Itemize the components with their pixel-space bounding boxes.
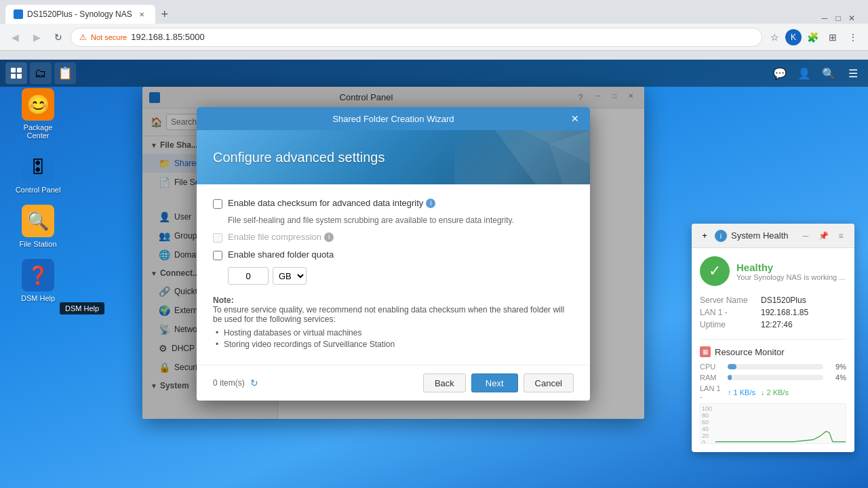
- quota-unit-select[interactable]: GB TB MB: [278, 267, 307, 285]
- browser-tab[interactable]: DS1520Plus - Synology NAS ✕: [5, 5, 155, 24]
- uptime-row: Uptime 12:27:46: [700, 319, 846, 331]
- resource-monitor-title: Resource Monitor: [715, 347, 785, 357]
- cpu-row: CPU 9%: [700, 363, 846, 371]
- wizard-close-button[interactable]: ✕: [568, 112, 582, 125]
- wizard-title: Shared Folder Creation Wizard: [278, 114, 568, 124]
- wizard-footer: 0 item(s) ↻ Back Next Cancel: [278, 365, 590, 401]
- control-panel-label: Control Panel: [16, 186, 61, 194]
- widget-pin-btn[interactable]: 📌: [816, 229, 830, 243]
- cpu-bar: [728, 364, 736, 369]
- lan-speeds: ↑ 1 KB/s ↓ 2 KB/s: [728, 388, 789, 396]
- quota-label-text: Enable shared folder quota: [278, 249, 334, 260]
- dsm-help-icon[interactable]: ❓ DSM Help: [14, 259, 62, 302]
- widget-minimize-btn[interactable]: ─: [799, 229, 812, 243]
- chart-label-0: 0: [702, 439, 712, 444]
- lan-ip-value: 192.168.1.85: [761, 306, 846, 319]
- wizard-header-decoration: [454, 130, 590, 184]
- toolbar-icons: ☆ K 🧩 ⊞ ⋮: [765, 28, 863, 47]
- health-title: Healthy: [736, 262, 845, 273]
- cancel-button[interactable]: Cancel: [524, 373, 574, 392]
- checksum-label-text: Enable data checksum for advanced data i…: [278, 198, 423, 208]
- chart-label-100: 100: [702, 405, 712, 412]
- note-item-1: Hosting databases or virtual machines: [278, 328, 574, 338]
- chart-label-40: 40: [702, 426, 712, 432]
- file-station-icon[interactable]: 🔍 File Station: [14, 205, 62, 248]
- wizard-header-title: Configure advanced settings: [278, 150, 385, 165]
- dsm-taskbar: 🗂 📋 💬 👤 🔍 ☰: [0, 60, 868, 87]
- forward-button[interactable]: ▶: [27, 28, 46, 47]
- search-icon[interactable]: 🔍: [819, 64, 838, 83]
- back-button[interactable]: Back: [423, 373, 466, 392]
- svg-rect-0: [11, 68, 16, 73]
- lan-up-speed: ↑ 1 KB/s: [728, 388, 755, 396]
- address-text: 192.168.1.85:5000: [131, 32, 204, 42]
- browser-minimize-btn[interactable]: ─: [819, 13, 830, 24]
- cpu-bar-bg: [728, 364, 823, 369]
- control-panel-window: Control Panel ? ─ □ ✕ 🏠 ≡ ▼ File Sha...: [142, 87, 644, 419]
- resource-monitor: ▦ Resource Monitor CPU 9% RAM 4%: [700, 339, 846, 444]
- note-text: To ensure service quality, we recommend …: [278, 305, 564, 324]
- window-body: 🏠 ≡ ▼ File Sha... 📁 Shared... 📄 File Se.…: [142, 108, 644, 419]
- lan-speed-label: LAN 1 -: [700, 384, 724, 401]
- chart-svg: [715, 404, 846, 443]
- desktop: DS1520Plus - Synology NAS ✕ + ─ □ ✕ ◀ ▶ …: [0, 0, 868, 488]
- package-center-icon[interactable]: 😊 PackageCenter: [14, 88, 62, 140]
- security-label: Not secure: [91, 33, 127, 41]
- health-subtitle: Your Synology NAS is working ...: [736, 273, 845, 281]
- control-panel-icon[interactable]: 🎛 Control Panel: [14, 150, 62, 194]
- lan-label-info: LAN 1 -: [700, 306, 761, 319]
- svg-rect-2: [11, 74, 16, 79]
- checksum-option-row: Enable data checksum for advanced data i…: [278, 198, 574, 209]
- footer-buttons: Back Next Cancel: [423, 373, 574, 392]
- widget-add-btn[interactable]: +: [698, 230, 711, 242]
- note-item-2: Storing video recordings of Surveillance…: [278, 340, 574, 349]
- tab-favicon: [14, 9, 23, 19]
- widget-close-btn[interactable]: ≡: [834, 229, 848, 243]
- chart-label-60: 60: [702, 419, 712, 426]
- taskbar-control-icon[interactable]: 📋: [54, 62, 76, 84]
- menu-icon[interactable]: ☰: [844, 64, 863, 83]
- bookmark-icon[interactable]: ☆: [765, 28, 784, 47]
- more-icon[interactable]: ⋮: [844, 28, 863, 47]
- extension-icon[interactable]: 🧩: [803, 28, 822, 47]
- next-button[interactable]: Next: [471, 373, 518, 392]
- cpu-value: 9%: [827, 363, 846, 371]
- server-name-value: DS1520Plus: [761, 294, 846, 306]
- dsm-help-tooltip: DSM Help: [60, 302, 104, 314]
- lan-down-speed: ↓ 2 KB/s: [761, 388, 789, 396]
- extensions-icon[interactable]: ⊞: [823, 28, 842, 47]
- wizard-header: Configure advanced settings: [278, 130, 590, 184]
- taskbar-main-icon[interactable]: [5, 62, 27, 84]
- taskbar-right: 💬 👤 🔍 ☰: [770, 64, 863, 83]
- health-status-icon: ✓: [700, 256, 730, 286]
- compression-info-icon[interactable]: i: [324, 232, 334, 242]
- address-bar[interactable]: ⚠ Not secure 192.168.1.85:5000: [71, 28, 762, 47]
- chat-icon[interactable]: 💬: [770, 64, 789, 83]
- back-button[interactable]: ◀: [5, 28, 24, 47]
- cpu-label: CPU: [700, 363, 724, 371]
- widget-body: ✓ Healthy Your Synology NAS is working .…: [692, 248, 854, 452]
- chart-label-20: 20: [702, 432, 712, 439]
- resource-header: ▦ Resource Monitor: [700, 346, 846, 357]
- quota-label: Enable shared folder quota: [278, 249, 334, 260]
- browser-close-btn[interactable]: ✕: [846, 13, 857, 24]
- browser-toolbar: ◀ ▶ ↻ ⚠ Not secure 192.168.1.85:5000 ☆ K…: [0, 24, 868, 51]
- tab-close-btn[interactable]: ✕: [136, 9, 147, 20]
- svg-rect-1: [17, 68, 22, 73]
- ram-value: 4%: [827, 373, 846, 382]
- main-content: Shared Folder Creation Wizard ✕ Configur…: [278, 108, 644, 419]
- browser-maximize-btn[interactable]: □: [833, 13, 844, 24]
- reload-button[interactable]: ↻: [49, 28, 68, 47]
- new-tab-button[interactable]: +: [155, 5, 174, 24]
- quota-input-row: GB TB MB: [278, 267, 574, 285]
- lan-speed-row: LAN 1 - ↑ 1 KB/s ↓ 2 KB/s: [700, 384, 846, 401]
- user-icon[interactable]: 👤: [795, 64, 814, 83]
- resource-monitor-icon: ▦: [700, 346, 711, 357]
- compression-label: Enable file compression i: [278, 232, 334, 242]
- ram-bar-bg: [728, 375, 823, 380]
- server-name-row: Server Name DS1520Plus: [700, 294, 846, 306]
- health-info: Healthy Your Synology NAS is working ...: [736, 262, 845, 281]
- taskbar-folder-icon[interactable]: 🗂: [30, 62, 52, 84]
- checksum-info-icon[interactable]: i: [426, 199, 435, 208]
- profile-icon[interactable]: K: [785, 29, 802, 45]
